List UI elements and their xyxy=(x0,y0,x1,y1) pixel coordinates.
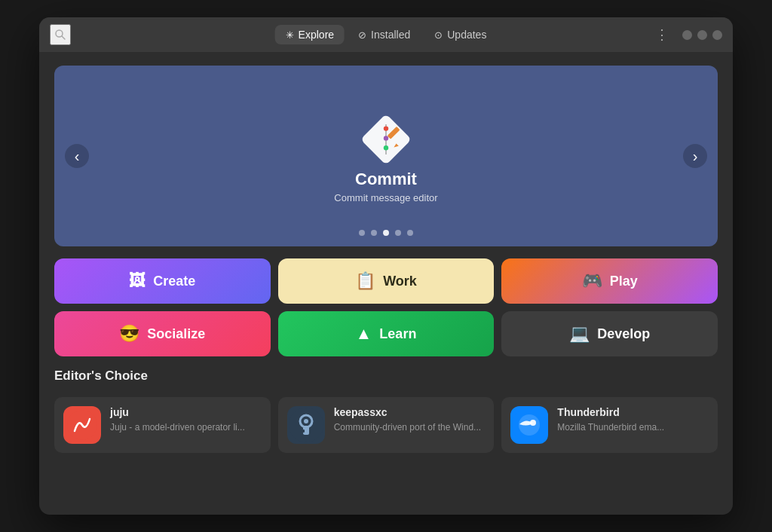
develop-label: Develop xyxy=(597,326,650,342)
tab-updates-label: Updates xyxy=(447,29,486,41)
hero-app-subtitle: Commit message editor xyxy=(334,192,437,203)
window-controls xyxy=(682,30,722,40)
category-create-button[interactable]: 🖼 Create xyxy=(54,258,271,304)
svg-point-17 xyxy=(530,420,536,426)
learn-icon: ▲ xyxy=(356,324,372,344)
editors-choice-section: Editor's Choice xyxy=(54,368,718,385)
svg-point-6 xyxy=(384,145,388,150)
tab-explore[interactable]: ✳ Explore xyxy=(275,25,345,44)
develop-icon: 💻 xyxy=(569,324,590,344)
category-play-button[interactable]: 🎮 Play xyxy=(501,258,718,304)
category-work-button[interactable]: 📋 Work xyxy=(278,258,495,304)
wc-3 xyxy=(712,30,722,40)
titlebar: ✳ Explore ⊘ Installed ⊙ Updates ⋮ xyxy=(39,17,733,52)
category-learn-button[interactable]: ▲ Learn xyxy=(278,311,495,356)
app-card-juju[interactable]: juju Juju - a model-driven operator li..… xyxy=(54,397,271,453)
svg-line-1 xyxy=(62,36,65,39)
juju-info: juju Juju - a model-driven operator li..… xyxy=(110,406,262,434)
learn-label: Learn xyxy=(379,326,416,342)
keepassxc-name: keepassxc xyxy=(334,406,486,418)
juju-name: juju xyxy=(110,406,262,418)
hero-next-button[interactable]: › xyxy=(683,144,707,168)
dot-4 xyxy=(395,230,401,236)
create-label: Create xyxy=(153,274,195,289)
socialize-label: Socialize xyxy=(147,326,205,342)
app-card-keepassxc[interactable]: keepassxc Community-driven port of the W… xyxy=(278,397,495,453)
create-icon: 🖼 xyxy=(129,271,146,291)
nav-tabs: ✳ Explore ⊘ Installed ⊙ Updates xyxy=(275,25,498,44)
tab-explore-label: Explore xyxy=(299,29,334,41)
dot-3 xyxy=(383,230,389,236)
work-label: Work xyxy=(383,274,417,289)
thunderbird-desc: Mozilla Thunderbird ema... xyxy=(557,421,709,434)
dot-5 xyxy=(407,230,413,236)
svg-point-16 xyxy=(519,414,540,436)
tab-updates[interactable]: ⊙ Updates xyxy=(424,25,497,44)
explore-icon: ✳ xyxy=(286,29,294,41)
keepassxc-desc: Community-driven port of the Wind... xyxy=(334,421,486,434)
main-content: ‹ Commit Commit message editor › xyxy=(39,52,733,515)
category-grid: 🖼 Create 📋 Work 🎮 Play 😎 Socialize ▲ Lea… xyxy=(54,258,718,356)
play-label: Play xyxy=(610,274,638,289)
hero-dots xyxy=(359,230,413,236)
wc-2 xyxy=(697,30,707,40)
svg-point-10 xyxy=(289,408,323,442)
wc-1 xyxy=(682,30,692,40)
hero-banner: ‹ Commit Commit message editor › xyxy=(54,66,718,246)
category-socialize-button[interactable]: 😎 Socialize xyxy=(54,311,271,356)
thunderbird-icon xyxy=(510,406,548,444)
work-icon: 📋 xyxy=(355,271,375,291)
category-develop-button[interactable]: 💻 Develop xyxy=(501,311,718,356)
hero-app-name: Commit xyxy=(355,170,417,189)
juju-desc: Juju - a model-driven operator li... xyxy=(110,421,262,434)
juju-icon xyxy=(63,406,101,444)
hero-prev-button[interactable]: ‹ xyxy=(65,144,89,168)
titlebar-right: ⋮ xyxy=(655,26,722,43)
thunderbird-name: Thunderbird xyxy=(557,406,709,418)
dot-1 xyxy=(359,230,365,236)
app-list: juju Juju - a model-driven operator li..… xyxy=(54,397,718,453)
tab-installed-label: Installed xyxy=(371,29,410,41)
updates-icon: ⊙ xyxy=(434,29,443,41)
svg-rect-14 xyxy=(302,430,305,433)
app-window: ✳ Explore ⊘ Installed ⊙ Updates ⋮ xyxy=(39,17,733,515)
editors-choice-title: Editor's Choice xyxy=(54,368,718,384)
search-button[interactable] xyxy=(50,24,71,45)
play-icon: 🎮 xyxy=(582,271,602,291)
tab-installed[interactable]: ⊘ Installed xyxy=(348,25,421,44)
dot-2 xyxy=(371,230,377,236)
commit-logo xyxy=(356,109,416,170)
svg-point-4 xyxy=(384,126,388,130)
thunderbird-info: Thunderbird Mozilla Thunderbird ema... xyxy=(557,406,709,434)
keepassxc-info: keepassxc Community-driven port of the W… xyxy=(334,406,486,434)
app-card-thunderbird[interactable]: Thunderbird Mozilla Thunderbird ema... xyxy=(501,397,718,453)
svg-point-13 xyxy=(304,419,308,423)
socialize-icon: 😎 xyxy=(119,324,139,344)
menu-button[interactable]: ⋮ xyxy=(655,26,670,43)
svg-point-5 xyxy=(384,136,388,140)
keepassxc-icon xyxy=(287,406,325,444)
installed-icon: ⊘ xyxy=(358,29,366,41)
